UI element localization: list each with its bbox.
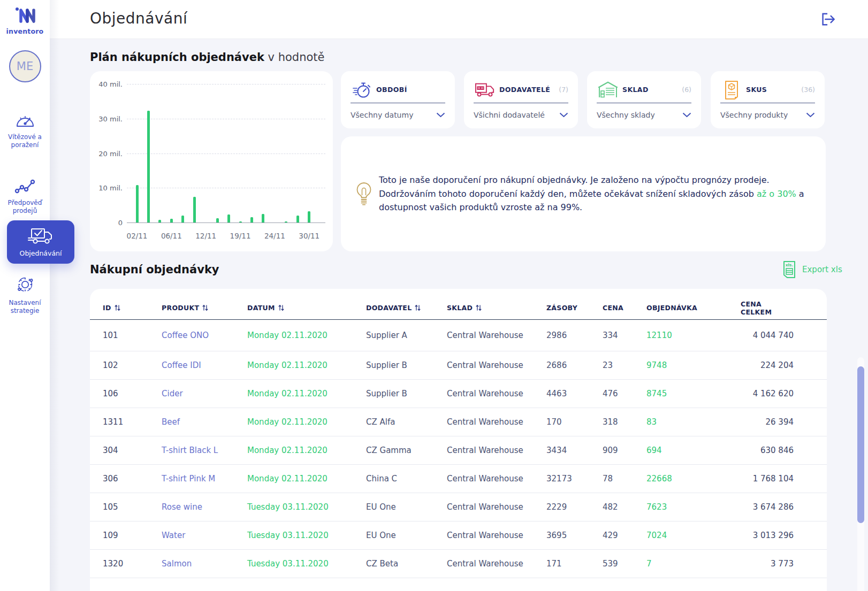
chart-bar bbox=[193, 197, 196, 222]
suppliers-select[interactable]: Všichni dodavatelé bbox=[464, 103, 578, 127]
table-scrollbar-thumb[interactable] bbox=[857, 366, 864, 523]
chart-bar bbox=[147, 111, 150, 222]
cell-product[interactable]: T-shirt Black L bbox=[162, 446, 247, 455]
cell-stock: 2229 bbox=[546, 502, 603, 512]
cell-supplier: CZ Beta bbox=[366, 559, 447, 569]
filter-count: (6) bbox=[682, 86, 691, 94]
export-xls-button[interactable]: xls. Export xls bbox=[782, 260, 842, 279]
cell-total: 224 204 bbox=[741, 360, 794, 370]
chevron-down-icon bbox=[436, 112, 445, 118]
avatar[interactable]: ME bbox=[9, 50, 41, 82]
recommendation-card: Toto je naše doporučení pro nákupní obje… bbox=[341, 136, 826, 251]
column-header-cena-celkem: CENA CELKEM bbox=[741, 300, 794, 316]
filter-count: (36) bbox=[801, 86, 815, 94]
export-xls-icon: xls. bbox=[782, 260, 797, 279]
cell-supplier: EU One bbox=[366, 531, 447, 540]
column-header-sklad[interactable]: SKLAD bbox=[447, 304, 546, 312]
warehouse-select-value: Všechny sklady bbox=[597, 111, 655, 119]
cell-id: 1320 bbox=[103, 559, 162, 569]
cell-product[interactable]: Rose wine bbox=[162, 502, 247, 512]
app-logo[interactable]: inventoro bbox=[0, 5, 50, 35]
warehouse-select[interactable]: Všechny sklady bbox=[587, 103, 701, 127]
cell-product[interactable]: Coffee IDI bbox=[162, 360, 247, 370]
chart-y-tick-label: 40 mil. bbox=[93, 80, 123, 88]
page-title: Objednávání bbox=[90, 10, 187, 27]
cell-date: Monday 02.11.2020 bbox=[247, 417, 366, 427]
column-header-label: ZÁSOBY bbox=[546, 304, 577, 312]
sidebar-item-strategy[interactable]: Nastavení strategie bbox=[0, 275, 50, 315]
column-header-label: DODAVATEL bbox=[366, 304, 412, 312]
cell-product[interactable]: Cider bbox=[162, 389, 247, 398]
chart-gridline bbox=[127, 188, 325, 188]
column-header-produkt[interactable]: PRODUKT bbox=[162, 304, 247, 312]
table-row: 306T-shirt Pink MMonday 02.11.2020China … bbox=[90, 465, 827, 493]
orders-section-title: Nákupní objednávky bbox=[90, 263, 219, 276]
orders-title-text: Nákupní objednávky bbox=[90, 263, 219, 276]
sort-icon bbox=[115, 304, 120, 311]
cell-product[interactable]: Beef bbox=[162, 417, 247, 427]
recommendation-text: Toto je naše doporučení pro nákupní obje… bbox=[379, 173, 804, 215]
cell-product[interactable]: T-shirt Pink M bbox=[162, 474, 247, 483]
filter-title: SKUS bbox=[746, 86, 767, 94]
chart-x-tick-label: 06/11 bbox=[159, 232, 183, 240]
cell-id: 106 bbox=[103, 389, 162, 398]
cell-date: Tuesday 03.11.2020 bbox=[247, 559, 366, 569]
cell-total: 26 394 bbox=[741, 417, 794, 427]
chart-bar bbox=[285, 221, 287, 222]
chart-bar bbox=[158, 220, 161, 222]
sidebar-item-label: Vítězové a poražení bbox=[0, 133, 50, 149]
chart-y-tick-label: 10 mil. bbox=[93, 184, 123, 192]
cell-stock: 170 bbox=[546, 417, 603, 427]
column-header-dodavatel[interactable]: DODAVATEL bbox=[366, 304, 447, 312]
sidebar-item-winners-losers[interactable]: Vítězové a poražení bbox=[0, 112, 50, 149]
sort-icon bbox=[476, 304, 482, 311]
plan-title-light: v hodnotě bbox=[264, 51, 325, 64]
cell-warehouse: Central Warehouse bbox=[447, 531, 546, 540]
column-header-label: SKLAD bbox=[447, 304, 473, 312]
table-row: 109WaterTuesday 03.11.2020EU OneCentral … bbox=[90, 521, 827, 550]
skus-select[interactable]: Všechny produkty bbox=[711, 103, 825, 127]
cell-product[interactable]: Coffee ONO bbox=[162, 331, 247, 340]
chart-x-tick-label: 12/11 bbox=[194, 232, 218, 240]
cell-order: 83 bbox=[646, 417, 741, 427]
filter-title: SKLAD bbox=[622, 86, 649, 94]
column-header-label: DATUM bbox=[247, 304, 275, 312]
chart-x-tick-label: 02/11 bbox=[125, 232, 149, 240]
sidebar: inventoro ME Vítězové a poražení Předpov… bbox=[0, 0, 50, 591]
logout-icon[interactable] bbox=[820, 11, 836, 27]
cell-product[interactable]: Salmon bbox=[162, 559, 247, 569]
column-header-cena: CENA bbox=[603, 304, 646, 312]
cell-price: 539 bbox=[603, 559, 646, 569]
cell-warehouse: Central Warehouse bbox=[447, 502, 546, 512]
cell-order: 7024 bbox=[646, 531, 741, 540]
cell-price: 318 bbox=[603, 417, 646, 427]
column-header-datum[interactable]: DATUM bbox=[247, 304, 366, 312]
trend-icon bbox=[14, 179, 36, 194]
cell-total: 3 674 286 bbox=[741, 502, 794, 512]
cell-product[interactable]: Water bbox=[162, 531, 247, 540]
column-header-id[interactable]: ID bbox=[103, 304, 162, 312]
period-select[interactable]: Všechny datumy bbox=[341, 103, 455, 127]
chart-gridline bbox=[127, 222, 325, 223]
cell-price: 78 bbox=[603, 474, 646, 483]
cell-id: 102 bbox=[103, 360, 162, 370]
truck-check-icon bbox=[27, 227, 54, 245]
cell-id: 105 bbox=[103, 502, 162, 512]
table-row: 106CiderMonday 02.11.2020Supplier BCentr… bbox=[90, 380, 827, 408]
filter-card-suppliers: DODAVATELÉ (7) Všichni dodavatelé bbox=[464, 71, 578, 128]
chart-bar bbox=[181, 216, 184, 222]
cell-supplier: Supplier A bbox=[366, 331, 447, 340]
chart-bar bbox=[239, 221, 242, 222]
sidebar-item-ordering[interactable]: Objednávání bbox=[7, 220, 74, 264]
chart-bar bbox=[296, 216, 299, 222]
sort-icon bbox=[278, 304, 284, 311]
cell-warehouse: Central Warehouse bbox=[447, 389, 546, 398]
gear-icon bbox=[16, 275, 35, 294]
table-row: 304T-shirt Black LMonday 02.11.2020CZ Ga… bbox=[90, 436, 827, 465]
speedometer-icon bbox=[15, 112, 35, 128]
chevron-down-icon bbox=[682, 112, 691, 118]
cell-date: Monday 02.11.2020 bbox=[247, 446, 366, 455]
sidebar-item-forecast[interactable]: Předpověď prodejů bbox=[0, 179, 50, 215]
table-scrollbar-track[interactable] bbox=[857, 357, 864, 591]
chart-gridline bbox=[127, 84, 325, 85]
